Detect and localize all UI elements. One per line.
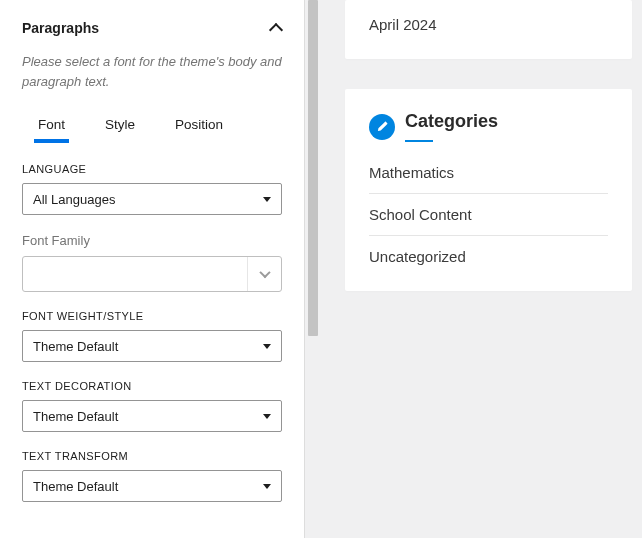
chevron-up-icon: [270, 22, 282, 34]
field-font-weight: FONT WEIGHT/STYLE Theme Default: [22, 310, 282, 362]
category-link[interactable]: Mathematics: [369, 164, 608, 194]
combobox-toggle[interactable]: [247, 257, 281, 291]
site-preview: April 2024 Categories Mathematics School…: [305, 0, 642, 538]
typography-tabs: Font Style Position: [22, 109, 282, 143]
combobox-font-family-value: [23, 257, 247, 291]
chevron-down-icon: [263, 484, 271, 489]
tab-position[interactable]: Position: [175, 109, 223, 142]
section-body: Please select a font for the theme's bod…: [0, 52, 304, 538]
field-font-family: Font Family: [22, 233, 282, 292]
label-text-transform: TEXT TRANSFORM: [22, 450, 282, 462]
edit-shortcut-button[interactable]: [369, 114, 395, 140]
customizer-panel: Paragraphs Please select a font for the …: [0, 0, 305, 538]
select-text-transform-value: Theme Default: [33, 479, 118, 494]
section-description: Please select a font for the theme's bod…: [22, 52, 282, 91]
widget-archive: April 2024: [345, 0, 632, 59]
select-text-decoration-value: Theme Default: [33, 409, 118, 424]
section-title: Paragraphs: [22, 20, 99, 36]
select-language-value: All Languages: [33, 192, 115, 207]
archive-link[interactable]: April 2024: [369, 16, 608, 33]
section-header-paragraphs[interactable]: Paragraphs: [0, 0, 304, 52]
chevron-down-icon: [259, 267, 270, 278]
select-font-weight-value: Theme Default: [33, 339, 118, 354]
chevron-down-icon: [263, 197, 271, 202]
widget-categories: Categories Mathematics School Content Un…: [345, 89, 632, 291]
field-text-decoration: TEXT DECORATION Theme Default: [22, 380, 282, 432]
tab-font[interactable]: Font: [38, 109, 65, 142]
pencil-icon: [376, 121, 388, 133]
chevron-down-icon: [263, 344, 271, 349]
select-text-decoration[interactable]: Theme Default: [22, 400, 282, 432]
label-language: LANGUAGE: [22, 163, 282, 175]
combobox-font-family[interactable]: [22, 256, 282, 292]
select-language[interactable]: All Languages: [22, 183, 282, 215]
label-font-family: Font Family: [22, 233, 282, 248]
category-link[interactable]: School Content: [369, 194, 608, 236]
field-text-transform: TEXT TRANSFORM Theme Default: [22, 450, 282, 502]
label-text-decoration: TEXT DECORATION: [22, 380, 282, 392]
scrollbar-thumb[interactable]: [308, 0, 318, 336]
widget-header: Categories: [369, 105, 608, 142]
chevron-down-icon: [263, 414, 271, 419]
category-list: Mathematics School Content Uncategorized: [369, 164, 608, 265]
category-link[interactable]: Uncategorized: [369, 236, 608, 265]
select-font-weight[interactable]: Theme Default: [22, 330, 282, 362]
widget-title: Categories: [405, 111, 498, 142]
field-language: LANGUAGE All Languages: [22, 163, 282, 215]
tab-style[interactable]: Style: [105, 109, 135, 142]
select-text-transform[interactable]: Theme Default: [22, 470, 282, 502]
label-font-weight: FONT WEIGHT/STYLE: [22, 310, 282, 322]
